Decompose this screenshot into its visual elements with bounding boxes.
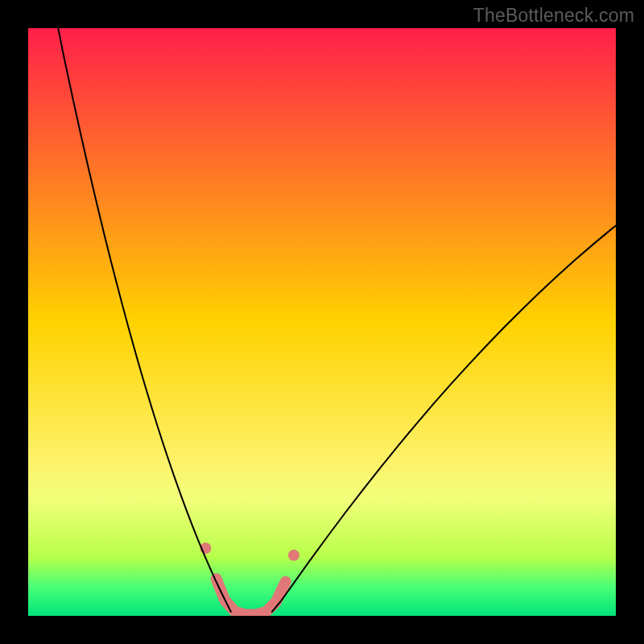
plot-area xyxy=(28,28,616,616)
gradient-background xyxy=(28,28,616,616)
chart-frame: TheBottleneck.com xyxy=(0,0,644,644)
chart-svg xyxy=(28,28,616,616)
watermark-text: TheBottleneck.com xyxy=(473,5,634,27)
highlight-band-dot xyxy=(288,550,299,561)
